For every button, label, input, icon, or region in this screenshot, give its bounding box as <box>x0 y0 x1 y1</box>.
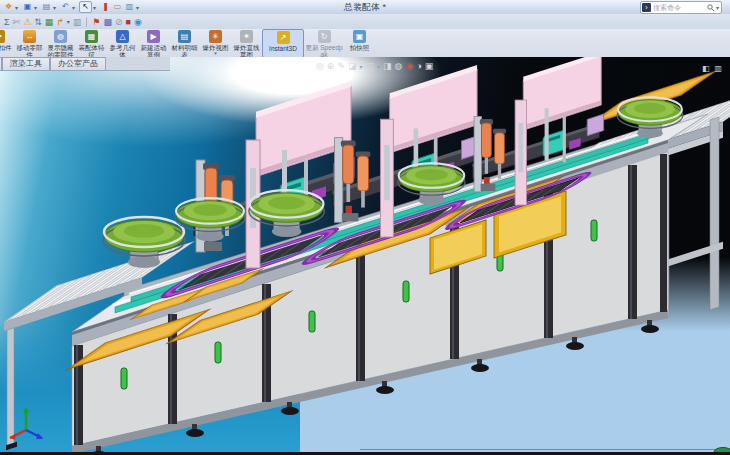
bom-icon: ▤ <box>178 30 191 43</box>
apply-scene-icon[interactable]: ◑ <box>416 61 421 71</box>
stop-icon[interactable]: ■ <box>125 17 130 27</box>
display-style-icon[interactable]: ◨ <box>383 61 392 71</box>
reference-triad <box>10 407 43 440</box>
pattern-icon[interactable]: ▦ <box>45 17 54 27</box>
task-pane-icon-b[interactable]: ▥ <box>714 64 722 73</box>
view-settings-icon[interactable]: ▣ <box>425 61 434 71</box>
ribbon-button-new-motion-study[interactable]: ▶ 新建运动算例 <box>138 29 169 58</box>
no-section-icon[interactable]: ⊘ <box>115 17 123 27</box>
sw-command-icon: › <box>642 3 651 12</box>
exploded-view-icon: ✳ <box>209 30 222 43</box>
update-speedpak-icon: ↻ <box>318 30 331 43</box>
ribbon-button-move-component[interactable]: ↔ 移动零部件▾ <box>14 29 45 58</box>
ribbon-button-bill-of-materials[interactable]: ▤ 材料明细表▾ <box>169 29 200 58</box>
reorder-icon[interactable]: ⇅ <box>34 17 42 27</box>
ribbon-button-show-hidden[interactable]: ◍ 显示隐藏的零部件 <box>45 29 76 58</box>
motion-study-icon: ▶ <box>147 30 160 43</box>
ribbon-button-smart-fasteners[interactable]: ✚ 智能扣件▾ <box>0 29 14 58</box>
move-component-icon: ↔ <box>23 30 36 43</box>
view-orientation-icon[interactable]: ◫ <box>365 61 374 71</box>
assembly-line-3d-model[interactable] <box>0 57 730 452</box>
window-title: 总装配体 * <box>0 1 730 14</box>
section-view-icon[interactable]: ◪ <box>348 61 357 71</box>
assembly-toolbar: Σ ✄ ⚠ ⇅ ▦ ↱ ▾ ▥ ⚑ ▩ ⊘ ■ ◉ <box>0 14 730 30</box>
edit-appearance-icon[interactable]: ◉ <box>405 61 413 71</box>
ribbon-assembly-tab: ✚ 智能扣件▾ ↔ 移动零部件▾ ◍ 显示隐藏的零部件 ▦ 装配体特征▾ △ 参… <box>0 29 730 58</box>
reference-geometry-icon: △ <box>116 30 129 43</box>
export-icon[interactable]: ↱ <box>56 17 64 27</box>
tab-office-products[interactable]: 办公室产品 <box>50 57 106 70</box>
command-manager-tabs: 评估 渲染工具 办公室产品 <box>0 57 170 71</box>
flag-icon[interactable]: ⚑ <box>92 17 100 27</box>
ribbon-button-take-snapshot[interactable]: ▣ 拍快照 <box>344 29 375 58</box>
graphics-viewport[interactable]: ◎ ⊕ ✎ ◪ ▾ ◫ ▾ ◨ ◍ ◉ ◑ ▣ ◧ ▥ <box>0 57 730 452</box>
explode-line-icon: ✴ <box>240 30 253 43</box>
search-icon[interactable] <box>707 4 715 12</box>
command-search[interactable]: › 搜索命令 ▾ <box>640 1 722 14</box>
previous-view-icon[interactable]: ✎ <box>337 61 345 71</box>
equations-icon[interactable]: Σ <box>4 17 10 27</box>
grid-icon[interactable]: ▩ <box>103 17 112 27</box>
zoom-area-icon[interactable]: ⊕ <box>327 61 335 71</box>
task-pane-icon-a[interactable]: ◧ <box>702 64 710 73</box>
interference-warning-icon[interactable]: ⚠ <box>23 17 31 27</box>
trim-icon[interactable]: ✄ <box>13 17 21 27</box>
caret-icon[interactable]: ▾ <box>377 63 380 70</box>
ribbon-button-update-speedpak[interactable]: ↻ 更新 Speedpak <box>304 29 344 58</box>
assembly-features-icon: ▦ <box>85 30 98 43</box>
take-snapshot-icon: ▣ <box>353 30 366 43</box>
ribbon-button-exploded-view[interactable]: ✳ 爆炸视图▾ <box>200 29 231 58</box>
ribbon-button-reference-geometry[interactable]: △ 参考几何体▾ <box>107 29 138 58</box>
hide-show-items-icon[interactable]: ◍ <box>395 61 403 71</box>
instant3d-icon: ↗ <box>277 31 290 44</box>
zoom-fit-icon[interactable]: ◎ <box>316 61 324 71</box>
render-sphere-icon[interactable]: ◉ <box>134 17 142 27</box>
heads-up-view-toolbar: ◎ ⊕ ✎ ◪ ▾ ◫ ▾ ◨ ◍ ◉ ◑ ▣ <box>316 61 433 71</box>
caret-icon[interactable]: ▾ <box>67 18 70 25</box>
ribbon-button-instant3d[interactable]: ↗ Instant3D <box>262 29 304 58</box>
ribbon-button-explode-line-sketch[interactable]: ✴ 爆炸直线草图 <box>231 29 262 58</box>
sheet-icon[interactable]: ▥ <box>73 17 82 27</box>
ribbon-button-assembly-features[interactable]: ▦ 装配体特征▾ <box>76 29 107 58</box>
search-input[interactable]: 搜索命令 <box>653 3 707 13</box>
task-pane-tabs: ◧ ▥ <box>702 64 722 73</box>
tab-render-tools[interactable]: 渲染工具 <box>2 57 50 70</box>
show-hidden-icon: ◍ <box>54 30 67 43</box>
search-caret-icon[interactable]: ▾ <box>716 4 719 11</box>
smart-fasteners-icon: ✚ <box>0 30 5 43</box>
title-bar: ❖▾ ▣▾ ▤▾ ↶▾ ↖▾ ❚ ▭ ▥▾ 总装配体 * › 搜索命令 ▾ <box>0 0 730 15</box>
separator <box>86 17 87 27</box>
caret-icon[interactable]: ▾ <box>359 63 362 70</box>
